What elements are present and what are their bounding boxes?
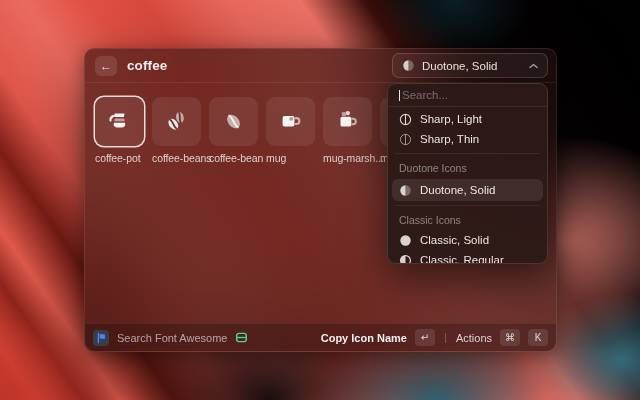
- menu-section-duotone: Duotone Icons: [392, 157, 543, 178]
- window-header: ← coffee Duotone, Solid: [85, 49, 556, 83]
- circle-duotone-icon: [402, 59, 415, 72]
- circle-half-icon: [399, 254, 412, 265]
- menu-item-label: Classic, Solid: [420, 234, 489, 246]
- tile-label: coffee-beans: [152, 152, 201, 164]
- circle-half-stroke-light-icon: [399, 113, 412, 126]
- mug-marshmallows-icon: [334, 108, 361, 135]
- grid-item-mug: mug: [266, 97, 315, 164]
- menu-item-classic-solid[interactable]: Classic, Solid: [392, 230, 543, 250]
- circle-half-stroke-thin-icon: [399, 133, 412, 146]
- grid-item-mug-marshmallows: mug-marsh...: [323, 97, 372, 164]
- coffee-bean-icon: [220, 108, 247, 135]
- menu-section-classic: Classic Icons: [392, 209, 543, 230]
- copy-icon-name-action[interactable]: Copy Icon Name: [321, 332, 407, 344]
- back-button[interactable]: ←: [95, 56, 117, 76]
- menu-item-sharp-thin[interactable]: Sharp, Thin: [392, 129, 543, 149]
- green-card-icon: [235, 331, 248, 344]
- menu-item-label: Sharp, Light: [420, 113, 482, 125]
- menu-item-classic-regular[interactable]: Classic, Regular: [392, 250, 543, 264]
- text-cursor: [399, 90, 400, 101]
- menu-list: Sharp, Light Sharp, Thin Duotone Icons: [388, 107, 547, 264]
- tile-coffee-pot[interactable]: [95, 97, 144, 146]
- circle-solid-icon: [399, 234, 412, 247]
- grid-item-coffee-pot: coffee-pot: [95, 97, 144, 164]
- mug-icon: [277, 108, 304, 135]
- menu-item-sharp-light[interactable]: Sharp, Light: [392, 109, 543, 129]
- style-dropdown-menu: Search... Sharp, Light: [387, 83, 548, 264]
- menu-item-duotone-solid[interactable]: Duotone, Solid: [392, 179, 543, 201]
- return-keycap: ↵: [415, 329, 435, 346]
- menu-item-label: Duotone, Solid: [420, 184, 495, 196]
- search-placeholder: Search...: [402, 89, 448, 101]
- tile-mug-marshmallows[interactable]: [323, 97, 372, 146]
- tile-label: coffee-pot: [95, 152, 144, 164]
- footer-divider: [445, 333, 446, 343]
- menu-item-label: Classic, Regular: [420, 254, 504, 264]
- style-dropdown-button[interactable]: Duotone, Solid: [392, 53, 548, 78]
- window-footer: Search Font Awesome Copy Icon Name ↵ Act…: [85, 323, 556, 351]
- menu-divider: [395, 205, 540, 206]
- tile-coffee-beans[interactable]: [152, 97, 201, 146]
- menu-divider: [395, 153, 540, 154]
- circle-duotone-icon: [399, 184, 412, 197]
- tile-mug[interactable]: [266, 97, 315, 146]
- tile-label: mug: [266, 152, 315, 164]
- actions-button[interactable]: Actions: [456, 332, 492, 344]
- chevron-up-icon: [529, 63, 538, 69]
- arrow-left-icon: ←: [100, 60, 112, 72]
- grid-item-coffee-bean: coffee-bean: [209, 97, 258, 164]
- tile-label: mug-marsh...: [323, 152, 372, 164]
- menu-item-label: Sharp, Thin: [420, 133, 479, 145]
- grid-item-coffee-beans: coffee-beans: [152, 97, 201, 164]
- coffee-pot-icon: [106, 108, 133, 135]
- font-awesome-flag-icon: [93, 330, 109, 346]
- command-keycap: ⌘: [500, 329, 520, 346]
- k-keycap: K: [528, 329, 548, 346]
- tile-label: coffee-bean: [209, 152, 258, 164]
- style-dropdown-label: Duotone, Solid: [422, 60, 497, 72]
- menu-search-input[interactable]: Search...: [388, 84, 547, 107]
- app-name: Search Font Awesome: [117, 332, 227, 344]
- coffee-beans-icon: [163, 108, 190, 135]
- search-query[interactable]: coffee: [127, 58, 167, 73]
- tile-coffee-bean[interactable]: [209, 97, 258, 146]
- raycast-window: ← coffee Duotone, Solid: [84, 48, 557, 352]
